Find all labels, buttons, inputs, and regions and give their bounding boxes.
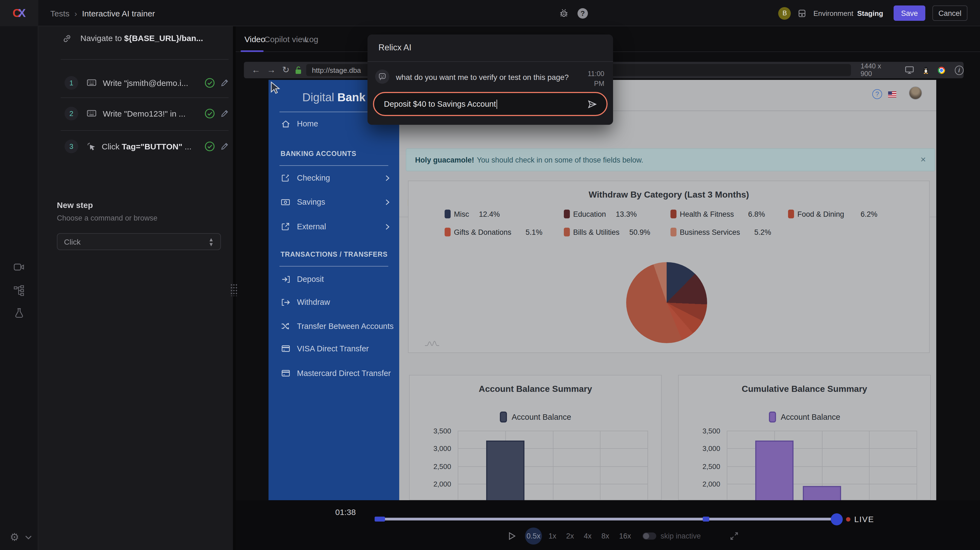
- legend-swatch: [445, 210, 450, 218]
- legend-swatch: [564, 210, 570, 218]
- bar-chart-title: Account Balance Summary: [410, 384, 661, 394]
- page-title: Interactive AI trainer: [82, 8, 155, 18]
- chevron-down-icon[interactable]: [25, 535, 32, 540]
- step-number: 3: [65, 139, 78, 153]
- legend-item: Education 13.3%: [564, 210, 637, 218]
- send-icon[interactable]: [588, 100, 597, 108]
- credit-card-icon: [280, 345, 290, 352]
- legend-item: Bills & Utilities 50.9%: [564, 228, 650, 236]
- navigate-step-label: Navigate to ${BASE_URL}/ban...: [80, 33, 203, 44]
- test-step-3[interactable]: 3 Click Tag="BUTTON" ...: [65, 138, 229, 154]
- monitor-icon[interactable]: [905, 66, 914, 74]
- edit-step-icon[interactable]: [220, 142, 229, 150]
- flow-tree-icon[interactable]: [13, 285, 24, 296]
- navigate-step[interactable]: Navigate to ${BASE_URL}/ban...: [62, 33, 226, 44]
- bank-nav-deposit: Deposit: [269, 271, 399, 287]
- bug-icon[interactable]: [559, 8, 569, 18]
- cancel-button[interactable]: Cancel: [932, 5, 967, 21]
- tab-log[interactable]: Log: [305, 26, 318, 51]
- breadcrumb-separator: ›: [75, 8, 77, 18]
- breadcrumb: Tests › Interactive AI trainer: [50, 0, 155, 26]
- test-steps-panel: Navigate to ${BASE_URL}/ban... 1 Write "…: [38, 26, 233, 550]
- panel-drag-handle[interactable]: [230, 283, 237, 296]
- active-tab-underline: [240, 50, 264, 52]
- speed-1x[interactable]: 1x: [549, 532, 557, 540]
- environment-label: Environment: [813, 9, 853, 17]
- legend-swatch: [768, 411, 776, 422]
- gear-icon[interactable]: ⚙: [10, 532, 19, 542]
- speed-4x[interactable]: 4x: [584, 532, 592, 540]
- link-icon: [62, 34, 72, 43]
- browser-forward-icon[interactable]: →: [267, 66, 275, 75]
- gridline: [648, 431, 648, 500]
- skip-inactive-label: skip inactive: [660, 532, 701, 540]
- divider: [61, 97, 229, 98]
- keyboard-icon: [87, 79, 96, 86]
- y-tick: 3,500: [413, 427, 451, 435]
- gridline: [727, 431, 727, 500]
- command-select[interactable]: Click ▲▼: [57, 233, 221, 250]
- y-tick: 2,000: [413, 480, 451, 488]
- timeline-marker[interactable]: [703, 517, 709, 521]
- avatar[interactable]: B: [778, 7, 791, 19]
- live-dot: [846, 517, 850, 521]
- bank-section-accounts: BANKING ACCOUNTS: [280, 150, 356, 158]
- step-success-icon: [205, 141, 215, 151]
- browser-refresh-icon[interactable]: ↻: [282, 66, 290, 75]
- cumulative-balance-summary-card: Cumulative Balance Summary Account Balan…: [678, 375, 931, 500]
- help-icon[interactable]: ?: [578, 8, 588, 19]
- account-balance-summary-card: Account Balance Summary Account Balance …: [409, 375, 662, 500]
- edit-step-icon[interactable]: [220, 78, 229, 87]
- save-button[interactable]: Save: [894, 5, 925, 21]
- fullscreen-icon[interactable]: [730, 532, 738, 540]
- breadcrumb-tests-link[interactable]: Tests: [50, 8, 70, 18]
- tab-video[interactable]: Video: [245, 26, 265, 51]
- bank-nav-savings: Savings: [269, 194, 399, 210]
- ai-message: what do you want me to verify or test on…: [396, 73, 576, 81]
- alert-close-icon[interactable]: ×: [920, 154, 926, 165]
- test-step-2[interactable]: 2 Write "Demo123!" in ...: [65, 105, 229, 121]
- gridline: [553, 431, 554, 500]
- speed-8x[interactable]: 8x: [601, 532, 609, 540]
- app-topbar: CX Tests › Interactive AI trainer ? B En…: [0, 0, 980, 26]
- step-number: 2: [65, 107, 78, 120]
- toggle-knob: [643, 533, 649, 539]
- info-icon[interactable]: i: [955, 65, 964, 75]
- app-logo[interactable]: CX: [0, 0, 38, 26]
- text-caret: [496, 99, 497, 108]
- timeline-knob[interactable]: [831, 513, 843, 525]
- play-icon[interactable]: [509, 532, 516, 540]
- legend-swatch: [788, 210, 794, 218]
- environment-value[interactable]: Staging: [857, 9, 883, 17]
- session-video-viewport[interactable]: ? Digital Bank Home BANKING ACCOUNTS Che…: [269, 80, 936, 500]
- ai-instruction-input[interactable]: Deposit $40 to Savings Account: [373, 92, 608, 116]
- tab-copilot-view[interactable]: Copilot view: [264, 26, 309, 51]
- legend-swatch: [564, 228, 570, 236]
- test-step-1[interactable]: 1 Write "jsmith@demo.i...: [65, 75, 229, 91]
- step-success-icon: [205, 108, 215, 118]
- timeline-track[interactable]: [375, 518, 840, 520]
- edit-step-icon[interactable]: [220, 109, 229, 117]
- bank-section-transactions: TRANSACTIONS / TRANSFERS: [280, 251, 387, 258]
- account-balance-bar: [486, 440, 525, 500]
- speed-16x[interactable]: 16x: [619, 532, 631, 540]
- keyboard-icon: [87, 110, 96, 116]
- legend-item: Food & Dining 6.2%: [788, 210, 877, 218]
- bank-nav-withdraw: Withdraw: [269, 294, 399, 310]
- chevron-right-icon: [385, 199, 390, 205]
- video-camera-icon[interactable]: [13, 263, 24, 271]
- speed-0-5x[interactable]: 0.5x: [525, 527, 542, 544]
- step-label: Write "Demo123!" in ...: [103, 108, 200, 118]
- gridline: [869, 431, 870, 500]
- external-link-icon: [280, 223, 290, 230]
- sparkline-icon: [425, 340, 439, 346]
- skip-inactive-toggle[interactable]: [643, 532, 656, 539]
- sign-out-icon: [280, 298, 290, 306]
- new-step-subtitle: Choose a command or browse: [57, 214, 158, 222]
- browser-back-icon[interactable]: ←: [251, 66, 260, 75]
- relicx-ai-popup: Relicx AI what do you want me to verify …: [368, 35, 613, 125]
- flask-icon[interactable]: [14, 308, 24, 319]
- new-step-title: New step: [57, 200, 93, 210]
- url-text: http://stage.dba: [312, 66, 361, 74]
- speed-2x[interactable]: 2x: [566, 532, 574, 540]
